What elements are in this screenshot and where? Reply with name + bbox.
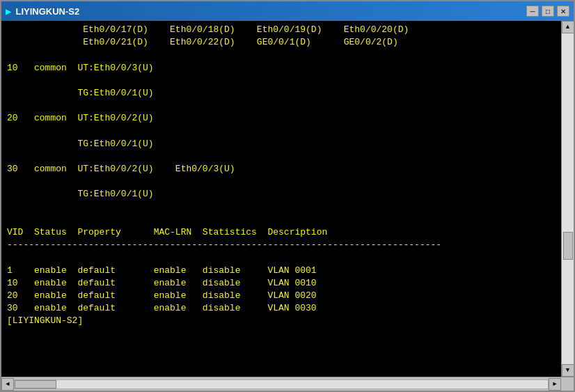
terminal-line xyxy=(7,251,556,264)
terminal-line: 20 common UT:Eth0/0/2(U) xyxy=(7,112,556,125)
terminal-line: TG:Eth0/0/1(U) xyxy=(7,87,556,100)
scroll-thumb-vertical[interactable] xyxy=(563,232,573,260)
window-title: LIYINGKUN-S2 xyxy=(15,6,79,17)
minimize-button[interactable]: ─ xyxy=(526,6,539,17)
scroll-corner xyxy=(561,378,574,391)
scroll-left-button[interactable]: ◄ xyxy=(1,378,14,391)
terminal-line: 10 common UT:Eth0/0/3(U) xyxy=(7,62,556,75)
terminal-line: 30 common UT:Eth0/0/2(U) Eth0/0/3(U) xyxy=(7,163,556,175)
terminal-line: TG:Eth0/0/1(U) xyxy=(7,188,556,201)
terminal-line xyxy=(7,201,556,214)
app-icon: ▶ xyxy=(6,6,11,17)
maximize-button[interactable]: □ xyxy=(542,6,554,17)
content-area: Eth0/0/17(D) Eth0/0/18(D) Eth0/0/19(D) E… xyxy=(1,21,574,377)
terminal-line xyxy=(7,175,556,188)
scroll-down-button[interactable]: ▼ xyxy=(562,364,574,377)
scroll-right-button[interactable]: ► xyxy=(549,378,561,391)
terminal-line xyxy=(7,150,556,163)
terminal-line: [LIYINGKUN-S2] xyxy=(7,315,556,327)
close-button[interactable]: ✕ xyxy=(557,6,569,17)
scroll-track-horizontal[interactable] xyxy=(14,379,549,389)
terminal-line: Eth0/0/21(D) Eth0/0/22(D) GE0/0/1(D) GE0… xyxy=(7,36,556,49)
terminal-line xyxy=(7,49,556,61)
scroll-thumb-horizontal[interactable] xyxy=(15,380,56,389)
terminal-line xyxy=(7,125,556,138)
terminal-output[interactable]: Eth0/0/17(D) Eth0/0/18(D) Eth0/0/19(D) E… xyxy=(1,21,561,377)
terminal-line: Eth0/0/17(D) Eth0/0/18(D) Eth0/0/19(D) E… xyxy=(7,24,556,36)
terminal-line: 30 enable default enable disable VLAN 00… xyxy=(7,302,556,315)
title-buttons: ─ □ ✕ xyxy=(526,6,569,17)
scroll-track-vertical[interactable] xyxy=(562,33,574,364)
terminal-line: 10 enable default enable disable VLAN 00… xyxy=(7,277,556,290)
terminal-line xyxy=(7,100,556,112)
terminal-line xyxy=(7,214,556,226)
title-bar: ▶ LIYINGKUN-S2 ─ □ ✕ xyxy=(1,1,574,21)
terminal-line: ----------------------------------------… xyxy=(7,239,556,251)
terminal-line xyxy=(7,75,556,87)
main-window: ▶ LIYINGKUN-S2 ─ □ ✕ Eth0/0/17(D) Eth0/0… xyxy=(0,0,575,392)
terminal-line: VID Status Property MAC-LRN Statistics D… xyxy=(7,226,556,239)
vertical-scrollbar[interactable]: ▲ ▼ xyxy=(561,21,574,377)
terminal-line: TG:Eth0/0/1(U) xyxy=(7,138,556,150)
bottom-bar: ◄ ► xyxy=(1,377,574,391)
scroll-up-button[interactable]: ▲ xyxy=(562,21,574,33)
terminal-line: 1 enable default enable disable VLAN 000… xyxy=(7,265,556,277)
terminal-line: 20 enable default enable disable VLAN 00… xyxy=(7,290,556,302)
horizontal-scrollbar[interactable]: ◄ ► xyxy=(1,378,561,391)
title-bar-left: ▶ LIYINGKUN-S2 xyxy=(6,6,79,17)
